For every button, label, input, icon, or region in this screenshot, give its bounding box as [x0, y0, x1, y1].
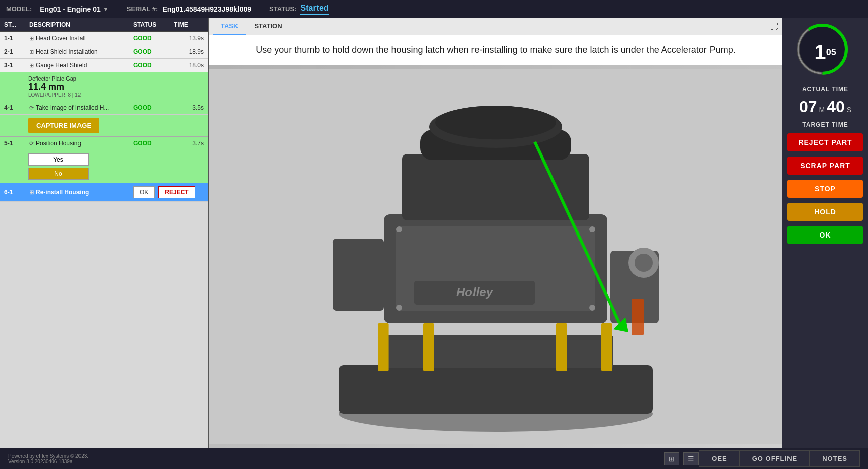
time-minutes-unit: M	[819, 106, 825, 114]
step-number: 1-1	[4, 35, 29, 42]
actual-time-detail: 07 M 40 S	[799, 98, 851, 116]
task-type-icon: ⊞	[29, 189, 34, 196]
task-type-icon: ⊞	[29, 62, 34, 69]
scrap-part-button[interactable]: SCRAP PART	[787, 157, 863, 175]
bottom-info: Powered by eFlex Systems © 2023. Version…	[8, 453, 660, 464]
stop-button[interactable]: STOP	[787, 180, 863, 198]
status-badge: GOOD	[133, 35, 174, 42]
step-number: 3-1	[4, 62, 29, 69]
task-type-icon: ⊞	[29, 49, 34, 55]
yes-button[interactable]: Yes	[28, 153, 89, 166]
task-image-area: Holley	[209, 65, 782, 448]
svg-rect-4	[378, 323, 389, 371]
time-minutes: 07	[799, 98, 817, 116]
timer-big-number: 1	[814, 40, 826, 64]
status-label: STATUS:	[269, 5, 296, 13]
model-dropdown[interactable]: Eng01 - Engine 01 ▼	[40, 5, 108, 13]
task-description: ⊞ Head Cover Install	[29, 35, 133, 42]
svg-point-23	[396, 305, 402, 311]
svg-rect-6	[556, 323, 567, 371]
grid-view-button[interactable]: ⊞	[664, 452, 679, 465]
header-step: ST...	[4, 21, 29, 28]
right-panel: 1 05 ACTUAL TIME 07 M 40 S TARGET TIME R…	[782, 18, 868, 448]
task-description: ⟳ Take Image of Installed H...	[29, 104, 133, 111]
task-type-icon: ⟳	[29, 140, 34, 147]
main-layout: ST... DESCRIPTION STATUS TIME 1-1 ⊞ Head…	[0, 18, 868, 448]
table-row[interactable]: 3-1 ⊞ Gauge Heat Shield GOOD 18.0s	[0, 59, 208, 72]
status-section: STATUS: Started	[269, 4, 329, 15]
svg-point-21	[396, 226, 402, 232]
bottom-nav: OEE GO OFFLINE NOTES	[699, 450, 860, 467]
task-description: ⊞ Re-install Housing	[29, 189, 133, 196]
serial-label: SERIAL #:	[127, 5, 159, 13]
table-row[interactable]: 1-1 ⊞ Head Cover Install GOOD 13.9s	[0, 32, 208, 45]
table-row[interactable]: 5-1 ⟳ Position Housing GOOD 3.7s	[0, 137, 208, 150]
engine-display: Holley	[209, 65, 782, 448]
center-panel: TASK STATION ⛶ Use your thumb to hold do…	[209, 18, 782, 448]
capture-image-button[interactable]: CAPTURE IMAGE	[28, 118, 99, 133]
model-value: Eng01 - Engine 01	[40, 5, 101, 13]
hold-button[interactable]: HOLD	[787, 203, 863, 221]
bottom-bar: Powered by eFlex Systems © 2023. Version…	[0, 448, 868, 469]
deflector-value: 11.4 mm	[28, 82, 204, 92]
powered-by: Powered by eFlex Systems © 2023.	[8, 453, 660, 459]
task-description: ⊞ Heat Shield Installation	[29, 48, 133, 55]
go-offline-button[interactable]: GO OFFLINE	[740, 450, 810, 467]
task-instruction: Use your thumb to hold down the housing …	[209, 35, 782, 65]
capture-image-row: CAPTURE IMAGE	[0, 115, 208, 137]
svg-point-24	[589, 305, 595, 311]
status-badge: GOOD	[133, 48, 174, 55]
svg-rect-18	[333, 239, 384, 311]
version: Version 8.0.20230406-1839a	[8, 459, 660, 464]
bottom-icons: ⊞ ☰	[664, 452, 699, 465]
time-seconds: 40	[827, 98, 845, 116]
table-row[interactable]: 4-1 ⟳ Take Image of Installed H... GOOD …	[0, 101, 208, 115]
svg-rect-7	[601, 323, 612, 371]
task-tabs: TASK STATION ⛶	[209, 18, 782, 35]
step-number: 2-1	[4, 48, 29, 55]
deflector-sub: LOWER/UPPER: 8 | 12	[28, 92, 204, 98]
serial-section: SERIAL #: Eng01.45849H923J98kl009	[127, 5, 251, 13]
reject-button[interactable]: REJECT	[158, 186, 195, 198]
task-time: 13.9s	[174, 35, 204, 42]
task-type-icon: ⟳	[29, 105, 34, 111]
tab-station[interactable]: STATION	[246, 18, 290, 35]
list-view-button[interactable]: ☰	[683, 452, 699, 465]
svg-rect-3	[378, 335, 613, 368]
dropdown-arrow-icon: ▼	[103, 6, 109, 13]
oee-button[interactable]: OEE	[699, 450, 739, 467]
svg-rect-10	[402, 154, 589, 220]
no-button[interactable]: No	[28, 168, 89, 180]
step-number: 4-1	[4, 104, 29, 111]
svg-point-22	[589, 226, 595, 232]
task-list: 1-1 ⊞ Head Cover Install GOOD 13.9s 2-1 …	[0, 32, 208, 448]
task-time: 18.0s	[174, 62, 204, 69]
time-seconds-unit: S	[847, 106, 851, 114]
status-badge: GOOD	[133, 140, 174, 147]
status-value: Started	[300, 4, 328, 15]
svg-rect-17	[632, 299, 644, 335]
task-description: ⊞ Gauge Heat Shield	[29, 62, 133, 69]
notes-button[interactable]: NOTES	[810, 450, 860, 467]
svg-text:Holley: Holley	[456, 285, 494, 299]
task-type-icon: ⊞	[29, 35, 34, 42]
left-panel: ST... DESCRIPTION STATUS TIME 1-1 ⊞ Head…	[0, 18, 209, 448]
table-header: ST... DESCRIPTION STATUS TIME	[0, 18, 208, 32]
task-time: 3.5s	[174, 104, 204, 111]
step-number: 5-1	[4, 140, 29, 147]
yes-no-row: Yes No	[0, 150, 208, 183]
expand-button[interactable]: ⛶	[770, 22, 778, 31]
timer-container: 1 05	[797, 24, 853, 81]
reject-part-button[interactable]: REJECT PART	[787, 133, 863, 151]
ok-button[interactable]: OK	[133, 186, 155, 198]
model-label: MODEL:	[6, 5, 32, 13]
actual-time-label: ACTUAL TIME	[802, 86, 848, 93]
ok-action-button[interactable]: OK	[787, 226, 863, 244]
table-row-active[interactable]: 6-1 ⊞ Re-install Housing OK REJECT	[0, 183, 208, 202]
timer-small-number: 05	[826, 47, 836, 58]
status-badge: GOOD	[133, 104, 174, 111]
table-row[interactable]: 2-1 ⊞ Heat Shield Installation GOOD 18.9…	[0, 45, 208, 59]
engine-svg: Holley	[209, 65, 782, 448]
tab-task[interactable]: TASK	[213, 18, 246, 35]
svg-point-16	[635, 254, 653, 272]
